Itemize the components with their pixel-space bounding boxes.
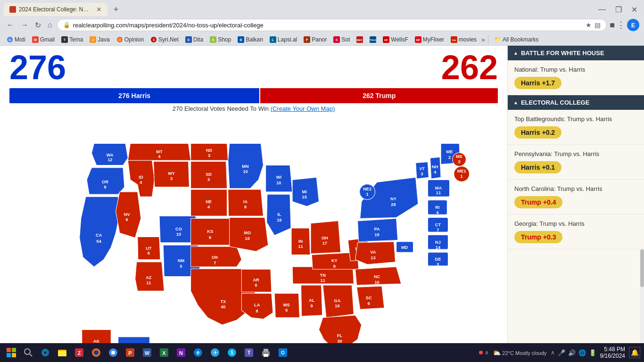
forward-button[interactable]: →: [19, 20, 30, 30]
state-md[interactable]: [396, 242, 413, 253]
state-mo[interactable]: [230, 217, 268, 251]
star-icon[interactable]: ★: [586, 21, 592, 29]
race-north-carolina-badge[interactable]: Trump +0.4: [514, 196, 562, 208]
state-vt[interactable]: [416, 162, 429, 179]
active-tab[interactable]: 2024 Electoral College: No Toss... ✕: [4, 3, 107, 16]
state-nd[interactable]: [191, 143, 228, 160]
search-button[interactable]: [21, 345, 36, 360]
state-id[interactable]: [128, 160, 154, 197]
bookmark-opinion[interactable]: O Opinion: [114, 35, 147, 44]
taskview-button[interactable]: [38, 345, 53, 360]
bookmark-java[interactable]: J Java: [87, 35, 112, 44]
bookmark-tiaa[interactable]: TIAA: [367, 35, 379, 44]
extensions-icon[interactable]: ▤: [594, 21, 601, 29]
taskbar-firefox-button[interactable]: [89, 345, 104, 360]
taskbar-word-button[interactable]: W: [140, 345, 155, 360]
bookmark-gmail[interactable]: M Gmail: [29, 35, 58, 44]
state-mt[interactable]: [128, 143, 190, 160]
taskbar-files-button[interactable]: [55, 345, 70, 360]
scrollbar-thumb[interactable]: [640, 249, 644, 287]
scrollbar-track[interactable]: [640, 249, 644, 354]
bookmark-lapsi[interactable]: L Lapsi.al: [267, 35, 300, 44]
race-battlegrounds-badge[interactable]: Harris +0.2: [514, 126, 561, 139]
notification-center-button[interactable]: 🔔: [629, 347, 640, 358]
clock[interactable]: 5:48 PM 9/16/2024: [600, 346, 625, 359]
bookmark-movies[interactable]: mv movies: [448, 35, 479, 44]
bookmark-wellsf[interactable]: WF WellsF: [380, 35, 411, 44]
state-sd[interactable]: [191, 161, 227, 188]
bookmark-bbc[interactable]: BBC: [354, 35, 366, 44]
state-ri[interactable]: [428, 200, 447, 214]
speaker-icon[interactable]: 🔊: [568, 349, 576, 356]
state-wi[interactable]: [266, 165, 292, 192]
state-ks[interactable]: [191, 218, 231, 245]
minimize-button[interactable]: —: [595, 4, 609, 15]
tab-close-button[interactable]: ✕: [96, 6, 102, 13]
home-button[interactable]: ⌂: [46, 20, 54, 30]
state-va[interactable]: [355, 242, 395, 264]
race-pennsylvania-badge[interactable]: Harris +0.1: [514, 161, 561, 173]
taskbar-outlook-button[interactable]: O: [275, 345, 290, 360]
create-map-link[interactable]: (Create Your Own Map): [271, 105, 335, 112]
taskbar-powerpoint-button[interactable]: P: [123, 345, 138, 360]
taskbar-telegram-button[interactable]: ✈: [207, 345, 223, 360]
taskbar-teams-button[interactable]: T: [241, 345, 256, 360]
state-ca[interactable]: [80, 197, 120, 267]
more-bookmarks-button[interactable]: »: [481, 36, 485, 43]
state-ar[interactable]: [241, 269, 272, 292]
bookmark-sot[interactable]: S Sot: [330, 35, 353, 44]
address-bar[interactable]: 🔒 realclearpolling.com/maps/president/20…: [57, 19, 607, 31]
state-nv[interactable]: [116, 192, 141, 238]
bookmark-moti[interactable]: G Moti: [4, 35, 28, 44]
state-la[interactable]: [241, 293, 273, 319]
state-in[interactable]: [291, 228, 310, 255]
profile-button[interactable]: E: [627, 19, 639, 31]
state-me1-callout[interactable]: [454, 166, 470, 182]
state-wy[interactable]: [154, 161, 190, 187]
state-ia[interactable]: [228, 189, 264, 216]
taskbar-zotero-button[interactable]: Z: [72, 345, 87, 360]
state-mi[interactable]: [292, 177, 319, 206]
state-wa[interactable]: [91, 143, 128, 165]
up-arrow-icon[interactable]: ∧: [485, 349, 489, 356]
start-button[interactable]: [4, 345, 19, 360]
race-georgia-badge[interactable]: Trump +0.3: [514, 231, 562, 243]
taskbar-chrome-button[interactable]: [106, 345, 121, 360]
all-bookmarks-button[interactable]: 📁 All Bookmarks: [491, 35, 542, 44]
bookmark-dita[interactable]: D Dita: [182, 35, 206, 44]
state-nj[interactable]: [428, 235, 448, 249]
state-az[interactable]: [135, 262, 165, 291]
taskbar-edge-button[interactable]: e: [190, 345, 206, 360]
extensions-button[interactable]: ■: [610, 20, 615, 30]
bookmark-shop[interactable]: S Shop: [207, 35, 234, 44]
close-button[interactable]: ✕: [628, 4, 640, 15]
state-ne[interactable]: [191, 189, 227, 216]
state-mn[interactable]: [228, 143, 264, 188]
network-icon[interactable]: 🌐: [578, 349, 586, 356]
state-ok[interactable]: [191, 247, 242, 267]
taskbar-onenote-button[interactable]: N: [173, 345, 189, 360]
bookmark-balkan[interactable]: B Balkan: [235, 35, 266, 44]
back-button[interactable]: ←: [5, 20, 16, 30]
bookmark-myflixer[interactable]: MF MyFlixer: [412, 35, 447, 44]
bookmark-panor[interactable]: P Panor: [301, 35, 330, 44]
taskbar-excel-button[interactable]: X: [157, 345, 172, 360]
state-sc[interactable]: [357, 286, 384, 309]
state-il[interactable]: [267, 194, 291, 235]
taskbar-skype-button[interactable]: S: [224, 345, 239, 360]
state-ut[interactable]: [138, 237, 160, 259]
taskbar-printer-button[interactable]: [258, 345, 273, 360]
state-or[interactable]: [87, 168, 124, 194]
state-de[interactable]: [428, 252, 448, 266]
show-hidden-icon[interactable]: ∧: [551, 349, 555, 356]
state-al[interactable]: [301, 285, 322, 316]
state-ga[interactable]: [323, 285, 354, 318]
mic-icon[interactable]: 🎤: [558, 349, 565, 356]
state-nc[interactable]: [355, 267, 401, 285]
bookmark-tema[interactable]: T Tema: [58, 35, 86, 44]
state-ne2-callout[interactable]: [360, 184, 375, 200]
menu-button[interactable]: ⋮: [617, 20, 625, 30]
state-me2-callout[interactable]: [453, 153, 466, 166]
new-tab-button[interactable]: +: [109, 3, 123, 16]
state-ma[interactable]: [428, 180, 449, 197]
